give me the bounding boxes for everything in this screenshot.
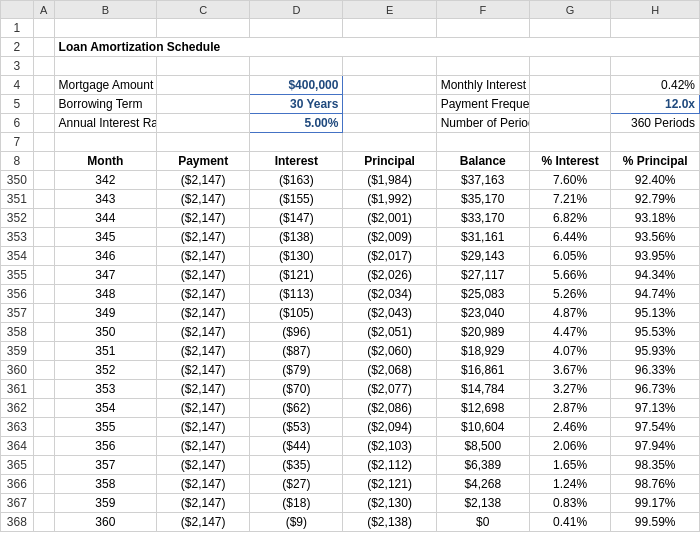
row-num-cell: 361 bbox=[1, 380, 34, 399]
cell-payment: ($2,147) bbox=[157, 399, 250, 418]
table-row: 356 348 ($2,147) ($113) ($2,034) $25,083… bbox=[1, 285, 700, 304]
col-principal-header: Principal bbox=[343, 152, 436, 171]
cell-month: 346 bbox=[54, 247, 157, 266]
borrowing-term-input[interactable]: 30 Years bbox=[250, 95, 343, 114]
cell-interest: ($70) bbox=[250, 380, 343, 399]
cell-g4 bbox=[529, 76, 611, 95]
cell-principal: ($2,051) bbox=[343, 323, 436, 342]
cell-month: 348 bbox=[54, 285, 157, 304]
cell-g5 bbox=[529, 95, 611, 114]
cell-g1 bbox=[529, 19, 611, 38]
cell-a7 bbox=[33, 133, 54, 152]
table-row: 361 353 ($2,147) ($70) ($2,077) $14,784 … bbox=[1, 380, 700, 399]
cell-balance: $23,040 bbox=[436, 304, 529, 323]
cell-a-data bbox=[33, 399, 54, 418]
cell-a3 bbox=[33, 57, 54, 76]
cell-d1 bbox=[250, 19, 343, 38]
cell-month: 359 bbox=[54, 494, 157, 513]
cell-pct-principal: 93.95% bbox=[611, 247, 700, 266]
cell-principal: ($2,068) bbox=[343, 361, 436, 380]
cell-month: 347 bbox=[54, 266, 157, 285]
cell-principal: ($2,043) bbox=[343, 304, 436, 323]
cell-pct-principal: 95.93% bbox=[611, 342, 700, 361]
borrowing-term-label: Borrowing Term bbox=[54, 95, 157, 114]
cell-a2 bbox=[33, 38, 54, 57]
cell-principal: ($2,009) bbox=[343, 228, 436, 247]
cell-principal: ($2,077) bbox=[343, 380, 436, 399]
col-g-header: G bbox=[529, 1, 611, 19]
cell-pct-principal: 99.17% bbox=[611, 494, 700, 513]
cell-pct-principal: 96.73% bbox=[611, 380, 700, 399]
row-num-cell: 363 bbox=[1, 418, 34, 437]
cell-pct-principal: 92.40% bbox=[611, 171, 700, 190]
cell-balance: $2,138 bbox=[436, 494, 529, 513]
cell-balance: $20,989 bbox=[436, 323, 529, 342]
cell-month: 352 bbox=[54, 361, 157, 380]
row-num-cell: 359 bbox=[1, 342, 34, 361]
cell-pct-principal: 97.54% bbox=[611, 418, 700, 437]
monthly-rate-value: 0.42% bbox=[611, 76, 700, 95]
table-row: 352 344 ($2,147) ($147) ($2,001) $33,170… bbox=[1, 209, 700, 228]
col-a-header: A bbox=[33, 1, 54, 19]
cell-payment: ($2,147) bbox=[157, 304, 250, 323]
table-row: 353 345 ($2,147) ($138) ($2,009) $31,161… bbox=[1, 228, 700, 247]
row-num-cell: 351 bbox=[1, 190, 34, 209]
cell-interest: ($130) bbox=[250, 247, 343, 266]
cell-interest: ($155) bbox=[250, 190, 343, 209]
cell-interest: ($163) bbox=[250, 171, 343, 190]
cell-a-data bbox=[33, 494, 54, 513]
cell-payment: ($2,147) bbox=[157, 209, 250, 228]
col-payment-header: Payment bbox=[157, 152, 250, 171]
cell-balance: $29,143 bbox=[436, 247, 529, 266]
row-8-num: 8 bbox=[1, 152, 34, 171]
cell-payment: ($2,147) bbox=[157, 380, 250, 399]
row-num-cell: 365 bbox=[1, 456, 34, 475]
table-row: 367 359 ($2,147) ($18) ($2,130) $2,138 0… bbox=[1, 494, 700, 513]
cell-a-data bbox=[33, 285, 54, 304]
cell-pct-principal: 99.59% bbox=[611, 513, 700, 532]
cell-payment: ($2,147) bbox=[157, 342, 250, 361]
cell-e7 bbox=[343, 133, 436, 152]
table-row: 366 358 ($2,147) ($27) ($2,121) $4,268 1… bbox=[1, 475, 700, 494]
table-row: 363 355 ($2,147) ($53) ($2,094) $10,604 … bbox=[1, 418, 700, 437]
cell-pct-principal: 95.13% bbox=[611, 304, 700, 323]
cell-month: 358 bbox=[54, 475, 157, 494]
mortgage-amount-input[interactable]: $400,000 bbox=[250, 76, 343, 95]
row-6-num: 6 bbox=[1, 114, 34, 133]
cell-h3 bbox=[611, 57, 700, 76]
row-num-cell: 354 bbox=[1, 247, 34, 266]
cell-a5 bbox=[33, 95, 54, 114]
cell-c6 bbox=[157, 114, 250, 133]
payment-freq-value: 12.0x bbox=[611, 95, 700, 114]
row-num-cell: 350 bbox=[1, 171, 34, 190]
cell-pct-principal: 94.34% bbox=[611, 266, 700, 285]
cell-pct-principal: 92.79% bbox=[611, 190, 700, 209]
cell-principal: ($1,984) bbox=[343, 171, 436, 190]
cell-payment: ($2,147) bbox=[157, 418, 250, 437]
cell-pct-principal: 95.53% bbox=[611, 323, 700, 342]
row-2-num: 2 bbox=[1, 38, 34, 57]
cell-balance: $14,784 bbox=[436, 380, 529, 399]
col-e-header: E bbox=[343, 1, 436, 19]
cell-principal: ($2,138) bbox=[343, 513, 436, 532]
table-row: 362 354 ($2,147) ($62) ($2,086) $12,698 … bbox=[1, 399, 700, 418]
cell-a-data bbox=[33, 228, 54, 247]
cell-a-data bbox=[33, 247, 54, 266]
cell-g7 bbox=[529, 133, 611, 152]
row-num-cell: 368 bbox=[1, 513, 34, 532]
cell-pct-interest: 5.26% bbox=[529, 285, 611, 304]
cell-pct-principal: 96.33% bbox=[611, 361, 700, 380]
interest-rate-input[interactable]: 5.00% bbox=[250, 114, 343, 133]
cell-interest: ($147) bbox=[250, 209, 343, 228]
cell-payment: ($2,147) bbox=[157, 285, 250, 304]
cell-e3 bbox=[343, 57, 436, 76]
cell-principal: ($2,034) bbox=[343, 285, 436, 304]
cell-balance: $27,117 bbox=[436, 266, 529, 285]
cell-payment: ($2,147) bbox=[157, 456, 250, 475]
cell-a-data bbox=[33, 380, 54, 399]
cell-balance: $33,170 bbox=[436, 209, 529, 228]
cell-principal: ($2,001) bbox=[343, 209, 436, 228]
cell-a-data bbox=[33, 513, 54, 532]
cell-month: 344 bbox=[54, 209, 157, 228]
mortgage-amount-label: Mortgage Amount bbox=[54, 76, 157, 95]
